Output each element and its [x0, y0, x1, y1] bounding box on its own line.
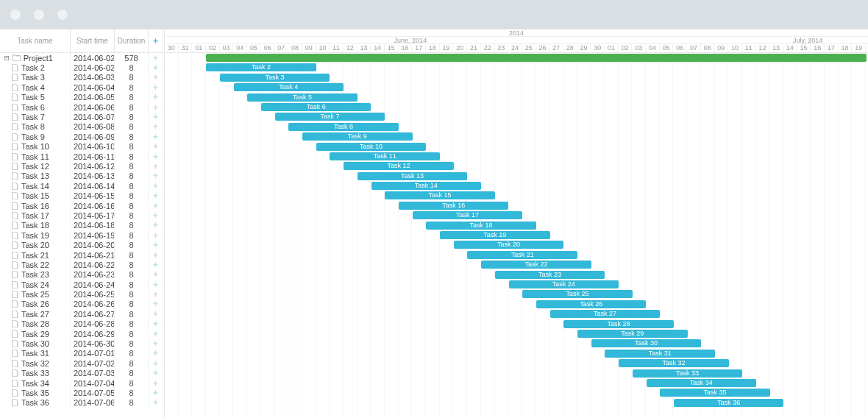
- task-start-cell[interactable]: 2014-06-04: [71, 83, 115, 92]
- add-task-button[interactable]: +: [149, 231, 163, 240]
- task-start-cell[interactable]: 2014-06-24: [71, 280, 115, 289]
- gantt-bar-task[interactable]: Task 8: [288, 123, 399, 131]
- task-name-cell[interactable]: Task 14: [0, 182, 71, 191]
- task-name-cell[interactable]: Task 8: [0, 122, 71, 131]
- task-start-cell[interactable]: 2014-06-19: [71, 231, 115, 240]
- gantt-bar-task[interactable]: Task 15: [385, 191, 495, 199]
- gantt-bar-task[interactable]: Task 35: [660, 389, 770, 397]
- add-task-button[interactable]: +: [149, 241, 163, 249]
- task-name-cell[interactable]: Task 6: [0, 103, 71, 112]
- task-duration-cell[interactable]: 8: [115, 171, 149, 180]
- add-task-button[interactable]: +: [149, 261, 163, 269]
- task-name-cell[interactable]: Task 19: [0, 231, 71, 240]
- gantt-bar-task[interactable]: Task 24: [509, 280, 619, 288]
- task-start-cell[interactable]: 2014-07-06: [71, 398, 115, 407]
- task-row[interactable]: Task 292014-06-298+: [0, 329, 164, 339]
- task-start-cell[interactable]: 2014-06-08: [71, 122, 115, 131]
- task-start-cell[interactable]: 2014-06-09: [71, 132, 115, 141]
- add-task-button[interactable]: +: [149, 398, 163, 407]
- task-duration-cell[interactable]: 8: [115, 231, 149, 240]
- task-name-cell[interactable]: Task 4: [0, 83, 71, 92]
- task-row[interactable]: Task 162014-06-168+: [0, 201, 164, 210]
- task-row[interactable]: Task 122014-06-128+: [0, 161, 164, 171]
- add-task-button[interactable]: +: [149, 113, 163, 121]
- task-duration-cell[interactable]: 8: [115, 261, 149, 269]
- task-name-cell[interactable]: Task 29: [0, 330, 71, 339]
- task-name-cell[interactable]: Task 32: [0, 359, 71, 368]
- task-name-cell[interactable]: Task 20: [0, 241, 71, 249]
- add-task-button[interactable]: +: [149, 83, 163, 92]
- task-start-cell[interactable]: 2014-06-21: [71, 251, 115, 260]
- task-duration-cell[interactable]: 8: [115, 319, 149, 328]
- task-duration-cell[interactable]: 8: [115, 379, 149, 388]
- add-task-button[interactable]: +: [149, 280, 163, 289]
- gantt-bar-task[interactable]: Task 3: [220, 74, 330, 82]
- add-task-button[interactable]: +: [149, 191, 163, 200]
- add-task-button[interactable]: +: [149, 73, 163, 82]
- task-row[interactable]: Task 112014-06-118+: [0, 152, 164, 161]
- add-task-button[interactable]: +: [149, 389, 163, 397]
- gantt-bar-task[interactable]: Task 23: [495, 271, 605, 279]
- add-task-button[interactable]: +: [149, 319, 163, 328]
- task-row[interactable]: Task 322014-07-028+: [0, 358, 164, 368]
- gantt-bar-task[interactable]: Task 19: [440, 231, 550, 239]
- task-name-cell[interactable]: Task 26: [0, 300, 71, 308]
- task-row[interactable]: Task 282014-06-288+: [0, 319, 164, 329]
- task-name-cell[interactable]: Task 16: [0, 202, 71, 210]
- task-row[interactable]: Task 22014-06-028+: [0, 63, 164, 72]
- task-duration-cell[interactable]: 8: [115, 221, 149, 230]
- task-start-cell[interactable]: 2014-06-17: [71, 211, 115, 220]
- task-name-cell[interactable]: Task 15: [0, 191, 71, 200]
- task-duration-cell[interactable]: 8: [115, 83, 149, 92]
- task-name-cell[interactable]: Task 25: [0, 290, 71, 299]
- task-duration-cell[interactable]: 8: [115, 398, 149, 407]
- gantt-bar-task[interactable]: Task 6: [261, 103, 371, 111]
- gantt-bar-task[interactable]: Task 25: [522, 290, 633, 298]
- task-duration-cell[interactable]: 8: [115, 152, 149, 161]
- task-name-cell[interactable]: ⊟Project1: [0, 53, 71, 63]
- task-duration-cell[interactable]: 8: [115, 270, 149, 279]
- task-duration-cell[interactable]: 8: [115, 330, 149, 339]
- task-name-cell[interactable]: Task 33: [0, 369, 71, 378]
- task-start-cell[interactable]: 2014-06-10: [71, 142, 115, 151]
- gantt-bar-task[interactable]: Task 17: [413, 211, 523, 219]
- task-row[interactable]: Task 52014-06-058+: [0, 93, 164, 102]
- task-start-cell[interactable]: 2014-06-30: [71, 339, 115, 348]
- add-task-button[interactable]: +: [149, 132, 163, 141]
- add-task-button[interactable]: +: [149, 202, 163, 210]
- task-start-cell[interactable]: 2014-06-22: [71, 261, 115, 269]
- task-row[interactable]: Task 302014-06-308+: [0, 339, 164, 348]
- gantt-bar-task[interactable]: Task 21: [467, 251, 577, 259]
- add-task-button[interactable]: +: [149, 330, 163, 339]
- gantt-bar-task[interactable]: Task 7: [275, 113, 385, 121]
- task-start-cell[interactable]: 2014-06-02: [71, 63, 115, 72]
- gantt-bar-project[interactable]: [206, 54, 867, 62]
- task-row[interactable]: Task 102014-06-108+: [0, 142, 164, 152]
- task-row[interactable]: Task 142014-06-148+: [0, 181, 164, 191]
- task-name-cell[interactable]: Task 30: [0, 339, 71, 348]
- task-row[interactable]: Task 82014-06-088+: [0, 122, 164, 132]
- task-start-cell[interactable]: 2014-06-29: [71, 330, 115, 339]
- task-start-cell[interactable]: 2014-06-05: [71, 93, 115, 102]
- task-start-cell[interactable]: 2014-06-13: [71, 171, 115, 180]
- task-duration-cell[interactable]: 8: [115, 310, 149, 319]
- gantt-bar-task[interactable]: Task 4: [234, 83, 344, 91]
- task-duration-cell[interactable]: 8: [115, 73, 149, 82]
- task-name-cell[interactable]: Task 22: [0, 261, 71, 269]
- task-name-cell[interactable]: Task 18: [0, 221, 71, 230]
- task-start-cell[interactable]: 2014-06-03: [71, 73, 115, 82]
- task-start-cell[interactable]: 2014-07-01: [71, 349, 115, 358]
- task-duration-cell[interactable]: 8: [115, 122, 149, 131]
- task-duration-cell[interactable]: 8: [115, 182, 149, 191]
- add-column-button[interactable]: +: [149, 29, 163, 53]
- task-duration-cell[interactable]: 8: [115, 290, 149, 299]
- task-name-cell[interactable]: Task 27: [0, 310, 71, 319]
- task-duration-cell[interactable]: 8: [115, 132, 149, 141]
- add-task-button[interactable]: +: [149, 93, 163, 102]
- task-start-cell[interactable]: 2014-06-02: [71, 54, 115, 63]
- task-name-cell[interactable]: Task 5: [0, 93, 71, 102]
- task-row[interactable]: Task 32014-06-038+: [0, 73, 164, 82]
- task-start-cell[interactable]: 2014-06-18: [71, 221, 115, 230]
- task-row[interactable]: Task 212014-06-218+: [0, 250, 164, 260]
- collapse-icon[interactable]: ⊟: [4, 53, 10, 63]
